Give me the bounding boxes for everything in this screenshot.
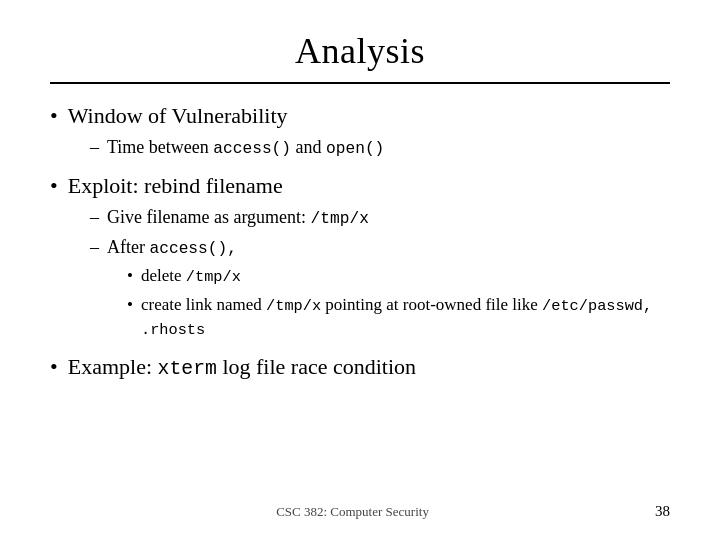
code-access: access()	[213, 140, 291, 158]
sub-sub-bullet-2-2-2: • create link named /tmp/x pointing at r…	[127, 293, 670, 342]
code-access-after: access(),	[149, 240, 236, 258]
sub-bullet-2-1: – Give filename as argument: /tmp/x	[90, 205, 670, 231]
slide: Analysis • Window of Vulnerability – Tim…	[0, 0, 720, 540]
sub-bullet-2-1-text: Give filename as argument: /tmp/x	[107, 205, 369, 231]
bullet-1-text: Window of Vulnerability	[68, 102, 288, 131]
sub-sub-dot-2: •	[127, 293, 133, 317]
code-tmp-x-1: /tmp/x	[311, 210, 369, 228]
code-etc-passwd: /etc/passwd,	[542, 297, 652, 315]
footer-page: 38	[655, 503, 670, 520]
bullet-1: • Window of Vulnerability – Time between…	[50, 102, 670, 160]
bullet-3-text: Example: xterm log file race condition	[68, 353, 416, 383]
sub-bullets-1: – Time between access() and open()	[90, 135, 670, 161]
bullet-2-text: Exploit: rebind filename	[68, 172, 283, 201]
code-rhosts: .rhosts	[141, 321, 205, 339]
slide-title: Analysis	[50, 30, 670, 72]
sub-dash-1-1: –	[90, 135, 99, 160]
sub-bullet-2-2-text: After access(), • delete /tmp/x • create…	[107, 235, 670, 342]
sub-bullets-2: – Give filename as argument: /tmp/x – Af…	[90, 205, 670, 342]
code-xterm: xterm	[158, 358, 217, 380]
sub-sub-dot-1: •	[127, 264, 133, 288]
sub-dash-2-1: –	[90, 205, 99, 230]
bullet-3: • Example: xterm log file race condition	[50, 353, 670, 383]
footer: CSC 382: Computer Security 38	[50, 493, 670, 520]
bullet-2: • Exploit: rebind filename – Give filena…	[50, 172, 670, 341]
sub-sub-bullets-2-2: • delete /tmp/x • create link named /tmp…	[127, 264, 670, 341]
slide-content: • Window of Vulnerability – Time between…	[50, 102, 670, 493]
title-divider	[50, 82, 670, 84]
sub-bullet-1-1: – Time between access() and open()	[90, 135, 670, 161]
sub-dash-2-2: –	[90, 235, 99, 260]
sub-bullet-1-1-text: Time between access() and open()	[107, 135, 384, 161]
code-open: open()	[326, 140, 384, 158]
bullet-dot-3: •	[50, 353, 58, 382]
bullet-dot-1: •	[50, 102, 58, 131]
sub-sub-1-text: delete /tmp/x	[141, 264, 241, 288]
sub-bullet-2-2: – After access(), • delete /tmp/x • crea…	[90, 235, 670, 342]
code-tmp-x-2: /tmp/x	[186, 268, 241, 286]
code-tmp-x-3: /tmp/x	[266, 297, 321, 315]
footer-center: CSC 382: Computer Security	[50, 504, 655, 520]
sub-sub-bullet-2-2-1: • delete /tmp/x	[127, 264, 670, 288]
bullet-dot-2: •	[50, 172, 58, 201]
sub-sub-2-text: create link named /tmp/x pointing at roo…	[141, 293, 670, 342]
